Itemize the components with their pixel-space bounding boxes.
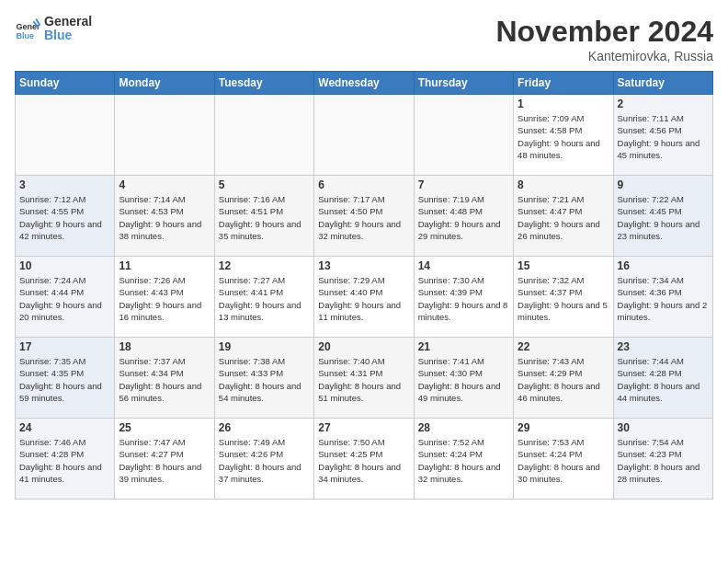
col-friday: Friday — [514, 72, 613, 95]
day-info: Sunrise: 7:29 AMSunset: 4:40 PMDaylight:… — [318, 274, 409, 323]
day-info: Sunrise: 7:30 AMSunset: 4:39 PMDaylight:… — [418, 274, 509, 323]
day-info: Sunrise: 7:44 AMSunset: 4:28 PMDaylight:… — [618, 355, 709, 404]
day-info: Sunrise: 7:16 AMSunset: 4:51 PMDaylight:… — [219, 193, 310, 242]
day-cell: 23Sunrise: 7:44 AMSunset: 4:28 PMDayligh… — [613, 338, 712, 419]
day-cell: 20Sunrise: 7:40 AMSunset: 4:31 PMDayligh… — [314, 338, 414, 419]
day-cell: 5Sunrise: 7:16 AMSunset: 4:51 PMDaylight… — [214, 176, 313, 257]
day-cell: 27Sunrise: 7:50 AMSunset: 4:25 PMDayligh… — [314, 419, 414, 500]
calendar-table: Sunday Monday Tuesday Wednesday Thursday… — [15, 71, 713, 500]
day-cell: 3Sunrise: 7:12 AMSunset: 4:55 PMDaylight… — [16, 176, 115, 257]
logo-line1: General — [44, 15, 92, 29]
day-info: Sunrise: 7:17 AMSunset: 4:50 PMDaylight:… — [318, 193, 409, 242]
day-cell: 13Sunrise: 7:29 AMSunset: 4:40 PMDayligh… — [314, 257, 414, 338]
day-number: 20 — [318, 340, 409, 353]
day-number: 1 — [518, 98, 609, 110]
day-cell: 30Sunrise: 7:54 AMSunset: 4:23 PMDayligh… — [613, 419, 712, 500]
day-cell: 29Sunrise: 7:53 AMSunset: 4:24 PMDayligh… — [514, 419, 613, 500]
day-cell: 1Sunrise: 7:09 AMSunset: 4:58 PMDaylight… — [514, 95, 613, 176]
day-info: Sunrise: 7:32 AMSunset: 4:37 PMDaylight:… — [518, 274, 609, 323]
day-number: 26 — [219, 421, 310, 434]
day-info: Sunrise: 7:41 AMSunset: 4:30 PMDaylight:… — [418, 355, 509, 404]
day-info: Sunrise: 7:49 AMSunset: 4:26 PMDaylight:… — [219, 436, 310, 485]
day-cell: 2Sunrise: 7:11 AMSunset: 4:56 PMDaylight… — [613, 95, 712, 176]
day-info: Sunrise: 7:40 AMSunset: 4:31 PMDaylight:… — [318, 355, 409, 404]
day-cell: 12Sunrise: 7:27 AMSunset: 4:41 PMDayligh… — [214, 257, 313, 338]
day-cell: 25Sunrise: 7:47 AMSunset: 4:27 PMDayligh… — [115, 419, 214, 500]
week-row-1: 1Sunrise: 7:09 AMSunset: 4:58 PMDaylight… — [16, 95, 713, 176]
location: Kantemirovka, Russia — [495, 49, 713, 63]
day-number: 30 — [618, 421, 709, 434]
day-info: Sunrise: 7:52 AMSunset: 4:24 PMDaylight:… — [418, 436, 509, 485]
day-number: 4 — [119, 178, 210, 191]
day-cell — [115, 95, 214, 176]
col-wednesday: Wednesday — [314, 72, 414, 95]
day-cell: 16Sunrise: 7:34 AMSunset: 4:36 PMDayligh… — [613, 257, 712, 338]
day-cell: 26Sunrise: 7:49 AMSunset: 4:26 PMDayligh… — [214, 419, 313, 500]
day-info: Sunrise: 7:35 AMSunset: 4:35 PMDaylight:… — [19, 355, 110, 404]
day-cell: 21Sunrise: 7:41 AMSunset: 4:30 PMDayligh… — [414, 338, 513, 419]
month-title: November 2024 — [495, 15, 713, 49]
day-cell: 7Sunrise: 7:19 AMSunset: 4:48 PMDaylight… — [414, 176, 513, 257]
day-cell: 8Sunrise: 7:21 AMSunset: 4:47 PMDaylight… — [514, 176, 613, 257]
day-number: 15 — [518, 259, 609, 272]
day-number: 11 — [119, 259, 210, 272]
day-info: Sunrise: 7:46 AMSunset: 4:28 PMDaylight:… — [19, 436, 110, 485]
day-number: 28 — [418, 421, 509, 434]
page: General Blue General Blue November 2024 … — [0, 0, 728, 563]
day-cell: 14Sunrise: 7:30 AMSunset: 4:39 PMDayligh… — [414, 257, 513, 338]
day-info: Sunrise: 7:34 AMSunset: 4:36 PMDaylight:… — [618, 274, 709, 323]
day-info: Sunrise: 7:37 AMSunset: 4:34 PMDaylight:… — [119, 355, 210, 404]
day-number: 27 — [318, 421, 409, 434]
header: General Blue General Blue November 2024 … — [15, 15, 713, 63]
day-number: 14 — [418, 259, 509, 272]
col-saturday: Saturday — [613, 72, 712, 95]
day-number: 7 — [418, 178, 509, 191]
day-info: Sunrise: 7:14 AMSunset: 4:53 PMDaylight:… — [119, 193, 210, 242]
day-info: Sunrise: 7:50 AMSunset: 4:25 PMDaylight:… — [318, 436, 409, 485]
week-row-2: 3Sunrise: 7:12 AMSunset: 4:55 PMDaylight… — [16, 176, 713, 257]
day-number: 12 — [219, 259, 310, 272]
day-cell: 6Sunrise: 7:17 AMSunset: 4:50 PMDaylight… — [314, 176, 414, 257]
day-number: 16 — [618, 259, 709, 272]
day-cell — [214, 95, 313, 176]
day-info: Sunrise: 7:54 AMSunset: 4:23 PMDaylight:… — [618, 436, 709, 485]
day-cell: 10Sunrise: 7:24 AMSunset: 4:44 PMDayligh… — [16, 257, 115, 338]
day-info: Sunrise: 7:19 AMSunset: 4:48 PMDaylight:… — [418, 193, 509, 242]
day-number: 24 — [19, 421, 110, 434]
day-info: Sunrise: 7:26 AMSunset: 4:43 PMDaylight:… — [119, 274, 210, 323]
day-number: 9 — [618, 178, 709, 191]
day-info: Sunrise: 7:22 AMSunset: 4:45 PMDaylight:… — [618, 193, 709, 242]
logo: General Blue General Blue — [15, 15, 92, 43]
day-cell — [414, 95, 513, 176]
day-info: Sunrise: 7:09 AMSunset: 4:58 PMDaylight:… — [518, 112, 609, 161]
title-block: November 2024 Kantemirovka, Russia — [495, 15, 713, 63]
day-cell: 19Sunrise: 7:38 AMSunset: 4:33 PMDayligh… — [214, 338, 313, 419]
day-info: Sunrise: 7:43 AMSunset: 4:29 PMDaylight:… — [518, 355, 609, 404]
day-number: 5 — [219, 178, 310, 191]
day-number: 13 — [318, 259, 409, 272]
day-number: 22 — [518, 340, 609, 353]
day-cell: 9Sunrise: 7:22 AMSunset: 4:45 PMDaylight… — [613, 176, 712, 257]
day-info: Sunrise: 7:11 AMSunset: 4:56 PMDaylight:… — [618, 112, 709, 161]
col-sunday: Sunday — [16, 72, 115, 95]
day-info: Sunrise: 7:38 AMSunset: 4:33 PMDaylight:… — [219, 355, 310, 404]
day-cell: 17Sunrise: 7:35 AMSunset: 4:35 PMDayligh… — [16, 338, 115, 419]
day-number: 18 — [119, 340, 210, 353]
calendar-header-row: Sunday Monday Tuesday Wednesday Thursday… — [16, 72, 713, 95]
week-row-3: 10Sunrise: 7:24 AMSunset: 4:44 PMDayligh… — [16, 257, 713, 338]
day-cell: 28Sunrise: 7:52 AMSunset: 4:24 PMDayligh… — [414, 419, 513, 500]
logo-line2: Blue — [44, 29, 92, 42]
day-number: 21 — [418, 340, 509, 353]
col-thursday: Thursday — [414, 72, 513, 95]
day-cell: 22Sunrise: 7:43 AMSunset: 4:29 PMDayligh… — [514, 338, 613, 419]
logo-icon: General Blue — [15, 16, 40, 41]
day-info: Sunrise: 7:12 AMSunset: 4:55 PMDaylight:… — [19, 193, 110, 242]
day-info: Sunrise: 7:27 AMSunset: 4:41 PMDaylight:… — [219, 274, 310, 323]
day-cell: 18Sunrise: 7:37 AMSunset: 4:34 PMDayligh… — [115, 338, 214, 419]
day-cell — [314, 95, 414, 176]
day-cell: 15Sunrise: 7:32 AMSunset: 4:37 PMDayligh… — [514, 257, 613, 338]
day-number: 2 — [618, 98, 709, 110]
col-monday: Monday — [115, 72, 214, 95]
day-info: Sunrise: 7:24 AMSunset: 4:44 PMDaylight:… — [19, 274, 110, 323]
col-tuesday: Tuesday — [214, 72, 313, 95]
